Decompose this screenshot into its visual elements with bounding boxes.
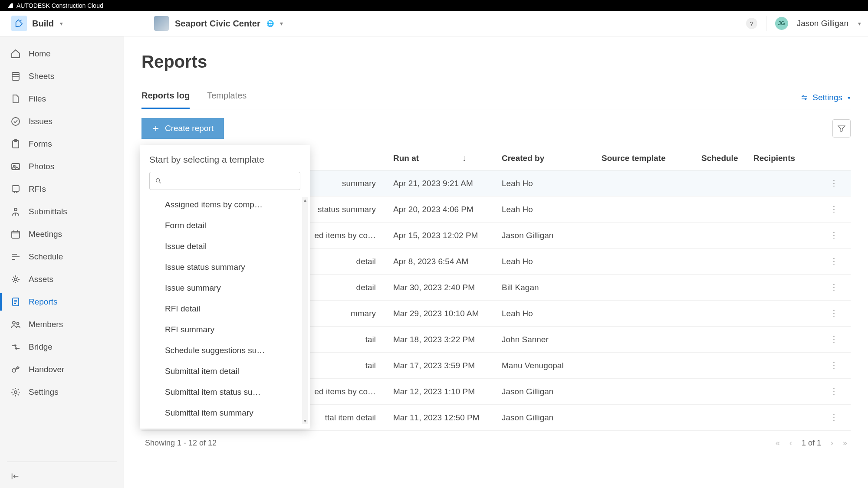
- sidebar-item-bridge[interactable]: Bridge: [0, 336, 124, 358]
- svg-point-7: [14, 208, 17, 211]
- cell-created-by: Leah Ho: [502, 257, 602, 266]
- row-actions-button[interactable]: ⋮: [823, 282, 845, 292]
- settings-link-label: Settings: [812, 93, 842, 102]
- dropdown-title: Start by selecting a template: [140, 154, 310, 172]
- col-source-template[interactable]: Source template: [602, 154, 701, 163]
- template-option[interactable]: Form detail: [140, 215, 310, 236]
- cell-run-at: Apr 20, 2023 4:06 PM: [393, 205, 502, 214]
- template-option[interactable]: Issue summary: [140, 278, 310, 298]
- sidebar-item-issues[interactable]: Issues: [0, 110, 124, 133]
- template-search[interactable]: [149, 172, 300, 190]
- sidebar-item-handover[interactable]: Handover: [0, 358, 124, 381]
- filter-icon: [837, 124, 846, 133]
- divider: [766, 16, 766, 31]
- scroll-up-icon[interactable]: ▲: [302, 198, 308, 203]
- row-actions-button[interactable]: ⋮: [823, 256, 845, 266]
- template-option[interactable]: Issue status summary: [140, 257, 310, 278]
- sidebar-item-submittals[interactable]: Submittals: [0, 200, 124, 223]
- cell-created-by: Jason Gilligan: [502, 413, 602, 422]
- sidebar-item-label: RFIs: [29, 184, 46, 194]
- plus-icon: [152, 124, 160, 132]
- autodesk-logo: AUTODESK Construction Cloud: [7, 2, 103, 9]
- sidebar-item-forms[interactable]: Forms: [0, 133, 124, 155]
- template-option[interactable]: Assigned items by comp…: [140, 194, 310, 215]
- row-actions-button[interactable]: ⋮: [823, 178, 845, 188]
- sidebar-item-rfis[interactable]: RFIs: [0, 178, 124, 200]
- row-actions-button[interactable]: ⋮: [823, 413, 845, 422]
- help-button[interactable]: ?: [746, 18, 757, 29]
- sidebar-item-label: Settings: [29, 387, 59, 397]
- tabs-row: Reports log Templates Settings ▾: [141, 86, 851, 109]
- template-search-input[interactable]: [166, 177, 295, 185]
- row-actions-button[interactable]: ⋮: [823, 386, 845, 396]
- project-thumbnail: [154, 16, 169, 31]
- cell-created-by: Jason Gilligan: [502, 231, 602, 240]
- col-created-by[interactable]: Created by: [502, 154, 602, 163]
- suite-name: AUTODESK Construction Cloud: [16, 2, 103, 9]
- showing-text: Showing 1 - 12 of 12: [145, 439, 217, 448]
- tab-templates[interactable]: Templates: [207, 86, 247, 109]
- template-option[interactable]: Submittal item summary: [140, 403, 310, 423]
- sidebar-item-reports[interactable]: Reports: [0, 291, 124, 313]
- page-prev-button[interactable]: ‹: [789, 439, 792, 448]
- sidebar-item-label: Photos: [29, 162, 54, 171]
- row-actions-button[interactable]: ⋮: [823, 360, 845, 370]
- sidebar-item-settings[interactable]: Settings: [0, 381, 124, 403]
- tab-reports-log[interactable]: Reports log: [141, 86, 190, 109]
- collapse-sidebar-button[interactable]: [0, 466, 124, 488]
- build-icon: [11, 16, 27, 31]
- sidebar-item-label: Files: [29, 94, 46, 104]
- template-option[interactable]: Schedule suggestions su…: [140, 340, 310, 361]
- scrollbar[interactable]: [302, 197, 308, 424]
- sidebar-item-label: Handover: [29, 365, 64, 374]
- page-title: Reports: [141, 52, 851, 72]
- row-actions-button[interactable]: ⋮: [823, 204, 845, 214]
- row-actions-button[interactable]: ⋮: [823, 334, 845, 344]
- svg-point-14: [14, 391, 17, 393]
- cell-created-by: Leah Ho: [502, 309, 602, 318]
- page-first-button[interactable]: «: [776, 439, 780, 448]
- sidebar-item-label: Reports: [29, 297, 58, 307]
- sidebar-item-label: Meetings: [29, 229, 62, 239]
- col-recipients[interactable]: Recipients: [753, 154, 823, 163]
- settings-link[interactable]: Settings ▾: [800, 93, 851, 102]
- template-option[interactable]: RFI detail: [140, 298, 310, 319]
- row-actions-button[interactable]: ⋮: [823, 308, 845, 318]
- col-run-at[interactable]: Run at↓: [393, 154, 502, 163]
- template-option[interactable]: Issue detail: [140, 236, 310, 257]
- svg-point-12: [17, 323, 19, 325]
- sidebar-item-label: Home: [29, 49, 51, 59]
- create-report-button[interactable]: Create report: [141, 118, 224, 139]
- chevron-down-icon: ▾: [60, 20, 63, 27]
- chevron-down-icon[interactable]: ▾: [858, 20, 861, 27]
- scroll-down-icon[interactable]: ▼: [302, 419, 308, 423]
- page-next-button[interactable]: ›: [831, 439, 833, 448]
- sidebar-item-photos[interactable]: Photos: [0, 155, 124, 178]
- sidebar-item-meetings[interactable]: Meetings: [0, 223, 124, 246]
- col-schedule[interactable]: Schedule: [701, 154, 753, 163]
- user-avatar[interactable]: JG: [775, 17, 788, 30]
- sidebar-item-files[interactable]: Files: [0, 88, 124, 110]
- template-option[interactable]: Submittal item detail: [140, 361, 310, 382]
- svg-point-11: [13, 321, 15, 324]
- sidebar-item-sheets[interactable]: Sheets: [0, 65, 124, 88]
- template-option[interactable]: Submittal item status su…: [140, 382, 310, 403]
- filter-button[interactable]: [832, 119, 851, 138]
- sidebar-item-members[interactable]: Members: [0, 313, 124, 336]
- product-switcher[interactable]: Build ▾: [7, 13, 67, 34]
- cell-run-at: Mar 18, 2023 3:22 PM: [393, 335, 502, 344]
- sidebar-item-label: Assets: [29, 275, 53, 284]
- svg-point-16: [805, 98, 806, 100]
- page-last-button[interactable]: »: [843, 439, 847, 448]
- cell-created-by: Leah Ho: [502, 205, 602, 214]
- project-name: Seaport Civic Center: [175, 19, 260, 29]
- sort-desc-icon: ↓: [462, 154, 467, 163]
- sidebar-item-home[interactable]: Home: [0, 43, 124, 65]
- cell-run-at: Mar 12, 2023 1:10 PM: [393, 387, 502, 396]
- sidebar-item-schedule[interactable]: Schedule: [0, 246, 124, 268]
- project-switcher[interactable]: Seaport Civic Center 🌐 ▾: [154, 16, 283, 31]
- svg-rect-8: [12, 231, 20, 238]
- sidebar-item-assets[interactable]: Assets: [0, 268, 124, 291]
- template-option[interactable]: RFI summary: [140, 319, 310, 340]
- row-actions-button[interactable]: ⋮: [823, 230, 845, 240]
